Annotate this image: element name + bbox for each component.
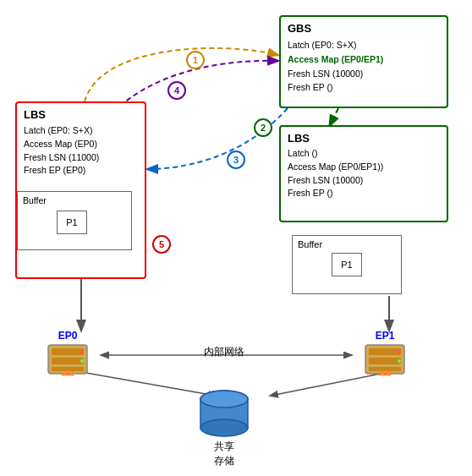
gbs-content: Latch (EP0: S+X) Access Map (EP0/EP1) Fr… bbox=[288, 38, 440, 95]
svg-rect-15 bbox=[369, 367, 401, 371]
lbs-left-line-3: Fresh LSN (11000) bbox=[24, 151, 138, 165]
circle-4: 4 bbox=[167, 81, 186, 100]
lbs-left-box: LBS Latch (EP0: S+X) Access Map (EP0) Fr… bbox=[15, 101, 146, 279]
circle-3: 3 bbox=[227, 150, 245, 169]
svg-rect-14 bbox=[369, 358, 401, 364]
storage-area: 共享 存储 bbox=[182, 389, 266, 468]
ep1-server-icon bbox=[362, 343, 408, 384]
storage-label: 共享 存储 bbox=[214, 440, 234, 468]
svg-point-10 bbox=[80, 350, 84, 353]
ep0-label: EP0 bbox=[58, 330, 78, 342]
network-label: 内部网络 bbox=[178, 345, 271, 359]
storage-icon bbox=[195, 389, 254, 438]
gbs-box: GBS Latch (EP0: S+X) Access Map (EP0/EP1… bbox=[279, 15, 448, 108]
lbs-right-line-4: Fresh EP () bbox=[288, 187, 440, 200]
gbs-line-3: Fresh LSN (10000) bbox=[288, 67, 440, 81]
lbs-left-content: Latch (EP0: S+X) Access Map (EP0) Fresh … bbox=[24, 124, 138, 178]
lbs-right-line-1: Latch () bbox=[288, 147, 440, 161]
ep0-area: EP0 bbox=[34, 330, 102, 384]
p1-right: P1 bbox=[332, 253, 362, 276]
ep0-server-icon bbox=[45, 343, 91, 384]
lbs-left-line-1: Latch (EP0: S+X) bbox=[24, 124, 138, 138]
gbs-title: GBS bbox=[288, 22, 440, 35]
svg-rect-9 bbox=[52, 367, 84, 371]
svg-rect-8 bbox=[52, 358, 84, 364]
lbs-right-content: Latch () Access Map (EP0/EP1)) Fresh LSN… bbox=[288, 147, 440, 200]
circle-1: 1 bbox=[186, 51, 205, 69]
circle-2: 2 bbox=[254, 118, 272, 137]
buffer-left-box: Buffer P1 bbox=[17, 191, 132, 250]
svg-point-11 bbox=[80, 359, 84, 363]
p1-left: P1 bbox=[57, 211, 87, 234]
svg-rect-7 bbox=[52, 348, 84, 355]
ep1-label: EP1 bbox=[376, 330, 395, 342]
svg-point-20 bbox=[200, 419, 248, 436]
svg-point-21 bbox=[200, 391, 248, 408]
lbs-left-line-4: Fresh EP (EP0) bbox=[24, 164, 138, 178]
lbs-right-line-2: Access Map (EP0/EP1)) bbox=[288, 161, 440, 174]
buffer-right-title: Buffer bbox=[298, 239, 322, 249]
gbs-line-2: Access Map (EP0/EP1) bbox=[288, 52, 440, 67]
lbs-right-box: LBS Latch () Access Map (EP0/EP1)) Fresh… bbox=[279, 125, 448, 222]
lbs-left-title: LBS bbox=[24, 108, 138, 121]
circle-5: 5 bbox=[152, 235, 171, 254]
lbs-left-line-2: Access Map (EP0) bbox=[24, 138, 138, 151]
gbs-line-4: Fresh EP () bbox=[288, 80, 440, 95]
buffer-left-title: Buffer bbox=[23, 195, 47, 205]
lbs-right-title: LBS bbox=[288, 132, 440, 145]
ep1-area: EP1 bbox=[351, 330, 419, 384]
svg-rect-13 bbox=[369, 348, 401, 355]
gbs-line-1: Latch (EP0: S+X) bbox=[288, 38, 440, 52]
lbs-right-line-3: Fresh LSN (10000) bbox=[288, 174, 440, 188]
diagram: GBS Latch (EP0: S+X) Access Map (EP0/EP1… bbox=[0, 0, 472, 476]
svg-point-17 bbox=[398, 359, 401, 363]
buffer-right-box: Buffer P1 bbox=[292, 235, 402, 294]
svg-point-16 bbox=[398, 350, 401, 353]
